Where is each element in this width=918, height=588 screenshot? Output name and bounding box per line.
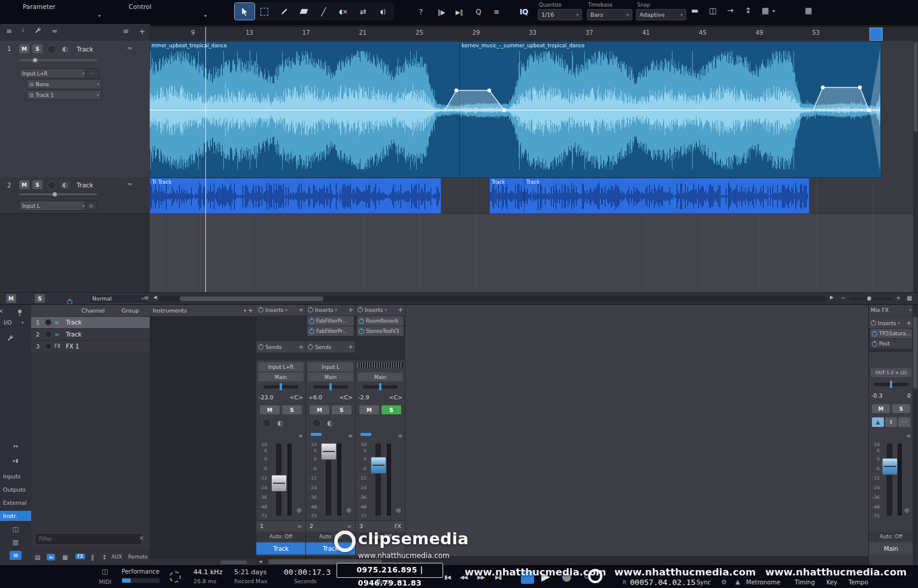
input-select[interactable]: Input L ▾ [19, 201, 87, 211]
tempo-label[interactable]: Tempo [849, 579, 868, 586]
power-icon[interactable] [359, 319, 364, 324]
automation-mode[interactable]: Auto: Off [869, 532, 913, 541]
pan-value[interactable]: <C> [389, 394, 402, 401]
power-icon[interactable] [871, 320, 876, 326]
output-label[interactable]: OUT 1-2 + (2) [871, 368, 911, 377]
spatial-icon[interactable]: ⊕ [904, 507, 910, 514]
power-icon[interactable] [359, 329, 364, 334]
spatial-icon[interactable]: ⊕ [296, 507, 302, 514]
eraser-tool-button[interactable] [294, 3, 314, 20]
insert-slot[interactable]: TR5Satura... [870, 329, 912, 338]
rail-item-outputs[interactable]: Outputs [0, 484, 31, 495]
strip-options-icon[interactable]: ≡ [298, 433, 302, 439]
volume-slider[interactable] [19, 59, 97, 61]
mute-button[interactable]: M [260, 405, 280, 414]
automation-parameter-select[interactable]: Parameter ▾ [5, 1, 108, 20]
fast-forward-button[interactable]: ▶▶ [477, 574, 484, 580]
channel-filter-input[interactable] [36, 534, 141, 544]
strip-options-icon[interactable]: ≡ [906, 433, 910, 439]
waveform-view-icon[interactable]: ≈ [127, 180, 132, 188]
rail-item-external[interactable]: External [0, 498, 31, 508]
spectrum-icon[interactable]: ▲ [872, 417, 884, 427]
mixer-vertical-scrollbar[interactable] [913, 305, 918, 566]
level-value[interactable]: -23.0 [259, 394, 274, 401]
mute-button[interactable]: M [19, 180, 29, 189]
pan-marker[interactable] [280, 383, 282, 390]
automation-mode[interactable]: Auto: Off [256, 532, 305, 541]
pan-marker[interactable] [890, 381, 892, 388]
global-solo-button[interactable]: S [35, 294, 45, 303]
chevron-down-icon[interactable]: ▾ [335, 308, 337, 313]
mono-input-button[interactable]: ◎ [85, 201, 97, 211]
level-value[interactable]: -2.9 [358, 394, 369, 401]
power-icon[interactable] [357, 307, 363, 313]
zoom-full-icon[interactable]: ▦ [907, 295, 912, 301]
arrangement-area[interactable]: mmer_upbeat_tropical_dance kornev_music_… [150, 41, 918, 292]
power-icon[interactable] [872, 331, 877, 337]
mute-button[interactable]: M [310, 405, 329, 414]
add-instrument-icon[interactable]: + [248, 307, 253, 314]
add-track-icon[interactable]: + [139, 27, 146, 36]
automation-mode[interactable]: Auto: Off [306, 532, 355, 541]
channel-list-row[interactable]: 3 FX FX 1 [31, 341, 150, 353]
fader-handle[interactable] [882, 458, 898, 475]
volume-slider-handle[interactable] [53, 192, 57, 196]
horizontal-scrollbar[interactable] [159, 296, 826, 302]
sends-header[interactable]: Sends + [256, 342, 305, 352]
rail-item-instruments[interactable]: Instr. [0, 511, 31, 521]
volume-slider-handle[interactable] [33, 58, 37, 62]
power-icon[interactable] [258, 307, 263, 313]
solo-button[interactable]: S [32, 44, 43, 53]
power-icon[interactable] [308, 307, 313, 313]
mute-button[interactable]: M [19, 44, 29, 53]
record-arm-button[interactable] [47, 181, 56, 190]
chevron-down-icon[interactable]: ▾ [898, 321, 900, 326]
monitor-button[interactable]: ◐ [60, 44, 70, 53]
solo-button[interactable]: S [892, 404, 910, 413]
bus-filter-icon[interactable]: ▦ [62, 554, 68, 560]
sort-icon[interactable]: ↕ [102, 554, 107, 560]
timing-label[interactable]: Timing [795, 579, 815, 586]
scroll-left-icon[interactable]: ◀ [153, 295, 157, 300]
solo-button[interactable]: S [381, 405, 401, 414]
channel-list-row[interactable]: 1 ≈ Track [31, 317, 150, 329]
strip-options-icon[interactable]: ≡ [398, 433, 402, 439]
insert-slot[interactable]: StereoToolV3 [357, 326, 404, 336]
audio-clip[interactable]: Track Track [489, 178, 810, 214]
add-insert-icon[interactable]: + [299, 307, 304, 313]
listen-tool-button[interactable]: ◖) [373, 3, 393, 20]
record-arm-dot[interactable] [45, 331, 51, 338]
keys-filter-icon[interactable]: ▤ [35, 554, 40, 560]
metronome-toggle[interactable]: Metronome [746, 579, 780, 586]
channel-name-label[interactable] [356, 542, 405, 554]
record-arm-dot[interactable] [45, 319, 51, 326]
pin-icon[interactable] [17, 308, 23, 319]
fader-handle[interactable] [271, 475, 287, 492]
solo-button[interactable]: S [332, 405, 352, 414]
arrow-tool-button[interactable] [235, 3, 255, 20]
insert-slot[interactable]: FabFilterPr... [307, 326, 354, 336]
metronome-icon[interactable]: ▲ [735, 578, 740, 585]
stop-button[interactable] [521, 571, 534, 584]
channel-name-label[interactable]: Track [306, 542, 355, 554]
power-icon[interactable] [872, 341, 877, 347]
monitor-icon[interactable]: ◐ [327, 419, 333, 427]
power-icon[interactable] [309, 319, 314, 324]
inserts-header[interactable]: Inserts ▾ + [306, 305, 355, 315]
pan-value[interactable]: <C> [289, 394, 303, 401]
add-insert-icon[interactable]: + [398, 307, 403, 313]
loop-button[interactable]: ↻ [583, 571, 590, 581]
audio-clip[interactable] [459, 41, 881, 178]
pencil-tool-button[interactable] [274, 3, 294, 20]
power-icon[interactable] [308, 344, 313, 350]
automation-curve-icon[interactable]: ≈ [51, 27, 57, 35]
help-button[interactable]: ? [413, 5, 429, 19]
pan-slider[interactable] [363, 385, 398, 389]
waveform-view-icon[interactable]: ≈ [127, 44, 132, 52]
chevron-down-icon[interactable]: ▾ [385, 308, 387, 313]
inserts-header[interactable]: Inserts ▾ + [869, 318, 913, 328]
zoom-in-icon[interactable]: + [896, 295, 901, 301]
inserts-header[interactable]: Inserts ▾ + [356, 305, 405, 315]
aux-filter-button[interactable]: AUX [111, 554, 122, 560]
chevron-down-icon[interactable]: ▾ [286, 308, 287, 313]
